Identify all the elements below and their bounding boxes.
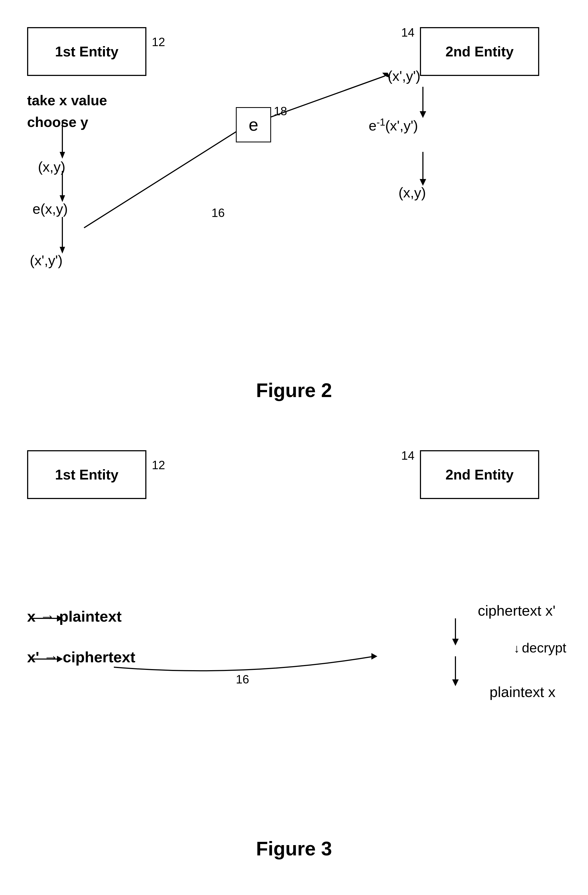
fig3-plaintext-x: plaintext x xyxy=(489,683,555,700)
fig3-x-plaintext: x → plaintext xyxy=(27,608,122,625)
fig3-entity1-box: 1st Entity xyxy=(27,450,146,499)
svg-marker-10 xyxy=(420,111,426,118)
fig2-entity2-box: 2nd Entity xyxy=(420,27,539,76)
fig2-entity1-box: 1st Entity xyxy=(27,27,146,76)
fig2-ref12: 12 xyxy=(152,35,165,49)
fig2-entity2-label: 2nd Entity xyxy=(446,43,514,60)
fig2-left-xy: (x,y) xyxy=(38,159,65,175)
fig3-ref12: 12 xyxy=(152,458,165,472)
fig2-left-xpyp: (x',y') xyxy=(30,252,63,268)
fig2-e-label: e xyxy=(249,115,258,135)
svg-marker-21 xyxy=(452,680,459,686)
fig2-einv: e-1(x',y') xyxy=(369,117,418,134)
fig3-xp-ciphertext: x' → ciphertext xyxy=(27,648,135,666)
fig2-caption: Figure 2 xyxy=(0,379,588,401)
fig3-entity1-label: 1st Entity xyxy=(55,466,118,483)
fig2-entity1-label: 1st Entity xyxy=(55,43,118,60)
fig3-ciphertext-xp: ciphertext x' xyxy=(478,602,555,619)
fig2-choose-y: choose y xyxy=(27,114,88,130)
page: 1st Entity 12 2nd Entity 14 take x value… xyxy=(0,0,588,895)
fig3-caption: Figure 3 xyxy=(0,837,588,860)
fig3-ref14: 14 xyxy=(401,449,415,463)
fig2-right-xpyp: (x',y') xyxy=(388,68,420,84)
fig2-right-xy: (x,y) xyxy=(399,184,426,201)
fig2-ref14: 14 xyxy=(401,26,415,39)
figure-3-container: 1st Entity 12 2nd Entity 14 x → plaintex… xyxy=(0,434,588,881)
fig3-entity2-box: 2nd Entity xyxy=(420,450,539,499)
fig2-exy: e(x,y) xyxy=(33,201,68,217)
fig2-e-box: e xyxy=(236,107,271,143)
fig3-ref16: 16 xyxy=(236,673,249,686)
fig2-ref18: 18 xyxy=(274,105,287,118)
figure-2-container: 1st Entity 12 2nd Entity 14 take x value… xyxy=(0,11,588,418)
fig3-decrypt-label: ↓decrypt xyxy=(514,640,566,656)
svg-marker-19 xyxy=(452,639,459,645)
fig2-take-x-value: take x value xyxy=(27,92,107,108)
svg-marker-1 xyxy=(60,152,65,159)
fig2-ref16: 16 xyxy=(211,206,225,220)
fig3-entity2-label: 2nd Entity xyxy=(446,466,514,483)
svg-marker-17 xyxy=(371,653,377,660)
